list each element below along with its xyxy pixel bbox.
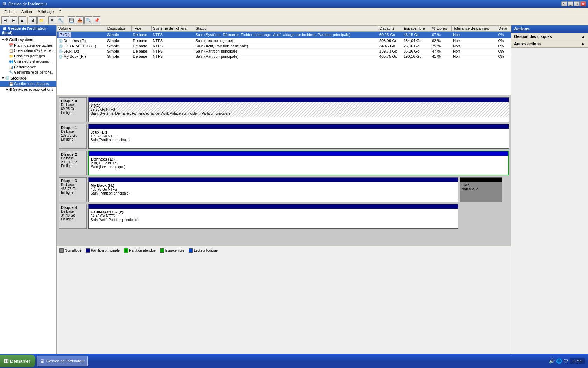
clock[interactable]: 17:59 bbox=[570, 358, 585, 364]
up-button[interactable]: ▲ bbox=[18, 16, 26, 24]
sidebar-item-outils-systeme[interactable]: ▼ ⚙ Outils système bbox=[0, 36, 56, 42]
tray-icon-3[interactable]: 🛡 bbox=[564, 358, 568, 364]
utilisateurs-icon: 👥 bbox=[9, 60, 13, 63]
app-gestion-label: Gestion de l'ordinateur bbox=[46, 359, 85, 363]
legend-free: Espace libre bbox=[160, 248, 184, 253]
windows-icon: ⊞ bbox=[4, 357, 9, 365]
delete-button[interactable]: ✕ bbox=[48, 16, 56, 24]
legend-box-free bbox=[160, 248, 164, 253]
sidebar-item-observateur[interactable]: 📋 Observateur d'événeme... bbox=[0, 48, 56, 53]
minimize-button[interactable]: _ bbox=[568, 1, 573, 6]
sidebar-root-label[interactable]: Gestion de l'ordinateur (local) bbox=[2, 27, 46, 35]
taskbar: ⊞ Démarrer 🖥 Gestion de l'ordinateur 🔊 🌐… bbox=[0, 354, 588, 368]
pin-button[interactable]: 📌 bbox=[93, 16, 100, 24]
sidebar: 🖥 Gestion de l'ordinateur (local) ▼ ⚙ Ou… bbox=[0, 25, 57, 354]
sidebar-item-services-applications[interactable]: ► ⚙ Services et applications bbox=[0, 87, 56, 92]
col-tolerance[interactable]: Tolérance de pannes bbox=[451, 26, 497, 32]
menu-help[interactable]: ? bbox=[56, 9, 64, 14]
col-volume[interactable]: Volume bbox=[57, 26, 106, 32]
maximize-button[interactable]: □ bbox=[574, 1, 580, 6]
col-disposition[interactable]: Disposition bbox=[106, 26, 131, 32]
toolbar: ◄ ► ▲ 🖥 📁 ✕ 🔧 💾 📤 🔍 📌 bbox=[0, 15, 588, 25]
table-row[interactable]: 💿 EX30-RAPTOR (I:)SimpleDe baseNTFSSain … bbox=[57, 43, 511, 49]
autres-actions-label: Autres actions bbox=[514, 42, 541, 46]
gestion-disques-action-label: Gestion des disques bbox=[514, 34, 552, 39]
unallocated-block[interactable]: 9 MoNon alloué bbox=[460, 177, 502, 202]
disk-table-area[interactable]: Volume Disposition Type Système de fichi… bbox=[57, 25, 511, 95]
menu-affichage[interactable]: Affichage bbox=[35, 9, 57, 14]
gestionnaire-label: Gestionnaire de périphé... bbox=[14, 70, 54, 74]
sidebar-item-planificateur[interactable]: 📅 Planificateur de tâches bbox=[0, 42, 56, 48]
partition-block[interactable]: 7 (C:)69,25 Go NTFSSain (Système, Démarr… bbox=[88, 97, 509, 122]
action-section-gestion-title[interactable]: Gestion des disques ▲ bbox=[511, 33, 588, 40]
table-row[interactable]: 💿 Jeux (D:)SimpleDe baseNTFSSain (Partit… bbox=[57, 49, 511, 54]
table-row[interactable]: 7 (C:)SimpleDe baseNTFSSain (Système, Dé… bbox=[57, 32, 511, 38]
disk-table: Volume Disposition Type Système de fichi… bbox=[57, 25, 511, 59]
disk-label: Disque 2De base298,09 GoEn ligne bbox=[59, 151, 87, 175]
legend-box-unallocated bbox=[59, 248, 64, 253]
disk-label: Disque 0De base69,25 GoEn ligne bbox=[59, 97, 87, 122]
window-title: Gestion de l'ordinateur bbox=[8, 2, 47, 6]
taskbar-app-gestion[interactable]: 🖥 Gestion de l'ordinateur bbox=[37, 356, 88, 366]
outils-icon: ⚙ bbox=[5, 37, 8, 42]
sidebar-item-performance[interactable]: 📊 Performance bbox=[0, 64, 56, 70]
start-button[interactable]: ⊞ Démarrer bbox=[0, 355, 35, 367]
close-button[interactable]: ✕ bbox=[580, 1, 586, 6]
gestion-disques-chevron: ▲ bbox=[581, 34, 585, 39]
planificateur-icon: 📅 bbox=[9, 43, 13, 47]
legend-label-primary: Partition principale bbox=[91, 248, 120, 252]
partition-block[interactable]: My Book (H:)465,75 Go NTFSSain (Partitio… bbox=[88, 177, 458, 202]
tray-icon-2[interactable]: 🌐 bbox=[556, 358, 562, 364]
col-type[interactable]: Type bbox=[131, 26, 151, 32]
outils-label: Outils système bbox=[9, 38, 34, 42]
back-button[interactable]: ◄ bbox=[1, 16, 9, 24]
col-pctfree[interactable]: % Libres bbox=[430, 26, 451, 32]
col-delay[interactable]: Délai bbox=[497, 26, 511, 32]
sidebar-header: 🖥 Gestion de l'ordinateur (local) bbox=[0, 25, 56, 36]
action-section-autres-title[interactable]: Autres actions ► bbox=[511, 40, 588, 47]
folder-button[interactable]: 📁 bbox=[37, 16, 45, 24]
col-capacity[interactable]: Capacité bbox=[378, 26, 402, 32]
sidebar-item-dossiers[interactable]: 📁 Dossiers partagés bbox=[0, 53, 56, 59]
sidebar-item-gestion-disques[interactable]: 💾 Gestion des disques bbox=[0, 81, 56, 87]
menu-bar: Fichier Action Affichage ? bbox=[0, 8, 588, 15]
tray-icon-1[interactable]: 🔊 bbox=[549, 358, 555, 364]
col-status[interactable]: Statut bbox=[194, 26, 378, 32]
sidebar-item-utilisateurs[interactable]: 👥 Utilisateurs et groupes l... bbox=[0, 59, 56, 64]
col-filesystem[interactable]: Système de fichiers bbox=[151, 26, 194, 32]
properties-button[interactable]: 🔧 bbox=[57, 16, 64, 24]
forward-button[interactable]: ► bbox=[10, 16, 18, 24]
menu-action[interactable]: Action bbox=[19, 9, 35, 14]
legend-box-extended bbox=[124, 248, 128, 253]
title-bar: 🖥 Gestion de l'ordinateur ? _ □ ✕ bbox=[0, 0, 588, 8]
clock-time: 17:59 bbox=[573, 359, 582, 363]
help-button[interactable]: ? bbox=[561, 1, 567, 6]
legend-label-free: Espace libre bbox=[165, 248, 184, 252]
disk-label: Disque 4De base34,48 GoEn ligne bbox=[59, 204, 87, 229]
legend-box-primary bbox=[86, 248, 90, 253]
sidebar-item-stockage[interactable]: ▼ 💿 Stockage bbox=[0, 75, 56, 81]
table-row[interactable]: 💿 My Book (H:)SimpleDe baseNTFSSain (Par… bbox=[57, 54, 511, 59]
disk-panels[interactable]: Disque 0De base69,25 GoEn ligne7 (C:)69,… bbox=[57, 95, 511, 246]
performance-icon: 📊 bbox=[9, 65, 13, 69]
services-label: Services et applications bbox=[13, 87, 54, 91]
planificateur-label: Planificateur de tâches bbox=[14, 43, 53, 47]
utilisateurs-label: Utilisateurs et groupes l... bbox=[14, 60, 54, 63]
computer-button[interactable]: 🖥 bbox=[29, 16, 37, 24]
services-icon: ⚙ bbox=[9, 88, 12, 91]
legend-label-logical: Lecteur logique bbox=[194, 248, 218, 252]
partition-block[interactable]: Jeux (D:)139,73 Go NTFSSain (Partition p… bbox=[88, 124, 509, 149]
col-freespace[interactable]: Espace libre bbox=[402, 26, 430, 32]
save-button[interactable]: 💾 bbox=[68, 16, 75, 24]
legend: Non alloué Partition principale Partitio… bbox=[57, 246, 511, 254]
menu-fichier[interactable]: Fichier bbox=[1, 9, 19, 14]
partition-block[interactable]: EX30-RAPTOR (I:)34,46 Go NTFSSain (Actif… bbox=[88, 204, 458, 229]
disk-label: Disque 1De base139,73 GoEn ligne bbox=[59, 124, 87, 149]
sidebar-item-gestionnaire[interactable]: 🔧 Gestionnaire de périphé... bbox=[0, 70, 56, 75]
export-button[interactable]: 📤 bbox=[76, 16, 84, 24]
toolbar-separator-3 bbox=[66, 17, 66, 24]
table-row[interactable]: 💿 Données (E:)SimpleDe baseNTFSSain (Lec… bbox=[57, 38, 511, 43]
stockage-icon: 💿 bbox=[5, 76, 10, 80]
search-button[interactable]: 🔍 bbox=[84, 16, 92, 24]
partition-block[interactable]: Données (E:)298,09 Go NTFSSain (Lecteur … bbox=[88, 151, 509, 175]
